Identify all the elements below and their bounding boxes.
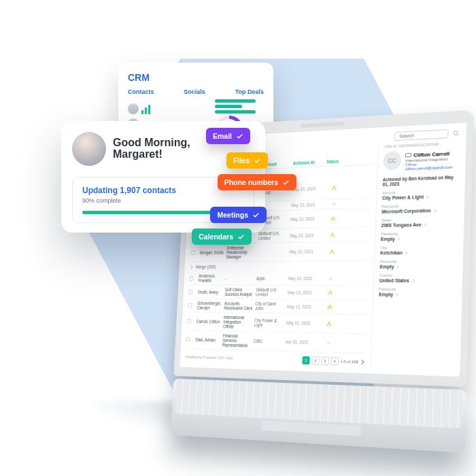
cell-name: Anderson, Franklin <box>199 273 224 282</box>
search-icon <box>452 129 460 137</box>
warning-icon <box>328 290 333 295</box>
cell-actioned: May 23, 2023 <box>290 233 321 238</box>
detail-field: City Ketchikan <box>380 245 457 256</box>
row-checkbox[interactable] <box>190 250 194 255</box>
chevron-right-icon <box>190 265 193 269</box>
row-checkbox[interactable] <box>188 303 192 308</box>
detail-field: Previously Empty <box>381 231 458 241</box>
deal-bar <box>215 105 242 108</box>
detail-field: Previously Microsoft Corporation <box>381 203 458 214</box>
warning-icon <box>329 249 335 254</box>
crm-column-headers: Contacts Socials Top Deals <box>128 88 264 95</box>
cell-name: Carroll, Clifton <box>197 319 221 324</box>
row-checkbox[interactable] <box>189 276 193 281</box>
cell-name: Groth, Avery <box>198 290 222 294</box>
chevron-right-icon <box>397 237 401 241</box>
tag-phone[interactable]: Phone numbers <box>218 174 296 190</box>
chevron-right-icon <box>396 265 400 269</box>
cell-actioned: May 23, 2023 <box>291 202 322 207</box>
cell-actioned: May 23, 2023 <box>290 216 322 222</box>
tag-calendars[interactable]: Calendars <box>192 228 252 245</box>
deal-bar <box>215 99 256 103</box>
cell-actioned: May 01, 2023 <box>286 320 318 326</box>
laptop-keyboard <box>171 379 466 454</box>
cell-title: Soft Client Success Analyst <box>224 288 254 297</box>
warning-icon <box>326 321 332 326</box>
cell-title: - <box>225 276 254 281</box>
chevron-right-icon <box>411 278 415 282</box>
detail-crm-id: CRM ID: 000791000019CVNTAM <box>384 141 460 148</box>
cell-account: Skillsoft U.K. Limited <box>258 231 288 241</box>
cell-account: City of Saint John <box>255 301 285 311</box>
cell-title: International Integration Officer <box>223 315 252 329</box>
check-icon <box>254 157 261 165</box>
page-button[interactable]: 1 <box>302 356 310 364</box>
row-checkbox[interactable] <box>186 337 190 342</box>
check-icon <box>236 133 243 140</box>
tag-email[interactable]: Email <box>206 128 250 144</box>
cell-actioned: May 19, 2023 <box>288 276 320 281</box>
cell-account: Skillsoft U.K. Limited <box>256 288 286 297</box>
crm-title: CRM <box>128 72 264 83</box>
row-checkbox[interactable] <box>188 290 192 294</box>
contact-avatar <box>128 103 139 114</box>
updating-percent: 90% complete <box>82 197 244 204</box>
group-label: Merge (200) <box>196 265 216 269</box>
contact-bars <box>141 103 150 114</box>
cell-account: City Power & Light <box>254 318 284 328</box>
page-button[interactable]: 4 <box>330 357 339 366</box>
detail-field: Account City Power & Light <box>382 188 458 201</box>
pager-info-label: Displaying Populars (137-142) <box>186 355 233 360</box>
check-icon <box>326 340 330 345</box>
check-icon <box>252 211 260 219</box>
warning-icon <box>330 232 335 237</box>
detail-field: Previously Empty <box>379 259 456 269</box>
detail-actioned: Actioned by Ben Kerstead on May 01, 2023 <box>383 175 459 187</box>
deal-bar <box>215 110 256 114</box>
chevron-right-icon <box>433 208 437 212</box>
warning-icon <box>327 304 333 309</box>
page-button[interactable]: 2 <box>311 356 320 364</box>
row-checkbox[interactable] <box>187 319 191 324</box>
greeting-card: Good Morning,Margaret! Updating 1,907 co… <box>61 121 265 233</box>
table-row[interactable]: Diaz, Adrian Financial Services Represen… <box>186 330 366 354</box>
cell-actioned: May 13, 2023 <box>288 290 319 294</box>
greeting-title: Good Morning,Margaret! <box>113 137 190 160</box>
page-button[interactable]: 3 <box>321 357 329 366</box>
crm-header-socials: Socials <box>184 88 205 95</box>
crm-header-topdeals: Top Deals <box>235 88 264 95</box>
pager-summary: 1-5 of 198 <box>341 359 358 364</box>
warning-icon <box>330 216 336 221</box>
cell-actioned: May 23, 2023 <box>289 249 320 254</box>
th-actioned[interactable]: Actioned At <box>293 160 324 166</box>
cell-account: Aptiv <box>256 276 286 281</box>
cell-account: - <box>258 250 287 254</box>
cell-name: Morgan, Eddie <box>200 250 224 255</box>
table-row[interactable]: Groth, Avery Soft Client Success Analyst… <box>188 285 368 300</box>
detail-field: Street 2960 Tongass Ave <box>381 216 458 228</box>
cell-actioned: Apr 20, 2023 <box>286 339 317 345</box>
cell-title: Enterprise Relationship Manager <box>226 245 256 260</box>
crm-header-contacts: Contacts <box>128 88 154 95</box>
tag-files[interactable]: Files <box>226 152 268 169</box>
table-pagination: Displaying Populars (137-142) 1 2 3 4 1-… <box>185 353 365 367</box>
cell-title: Financial Services Representative <box>222 333 252 348</box>
detail-field: Previously Empty <box>379 287 456 297</box>
chevron-right-icon <box>405 250 409 254</box>
table-group-merge[interactable]: Merge (200) <box>190 261 369 272</box>
chevron-right-icon <box>426 194 430 199</box>
laptop-notch <box>301 122 344 128</box>
warning-icon <box>332 185 337 190</box>
check-icon <box>328 275 333 280</box>
pager-next-icon[interactable] <box>360 359 365 364</box>
check-icon <box>237 233 245 241</box>
tag-meetings[interactable]: Meetings <box>210 207 267 223</box>
chevron-right-icon <box>423 222 427 226</box>
cell-title: Accounts Receivable Clerk <box>224 301 253 311</box>
table-row[interactable]: Anderson, Franklin - Aptiv May 19, 2023 <box>189 271 369 286</box>
th-status[interactable]: Status <box>326 158 344 164</box>
check-icon <box>282 179 290 186</box>
cell-name: Schoenberger, Carolyn <box>197 301 222 310</box>
cell-name: Diaz, Adrian <box>195 337 220 343</box>
search-input[interactable] <box>394 129 448 141</box>
